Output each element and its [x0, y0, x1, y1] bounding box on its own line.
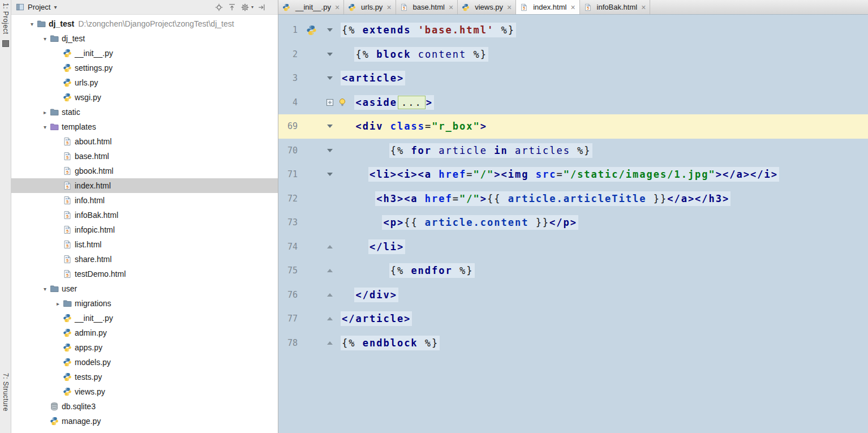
tree-item-label: list.html [75, 240, 101, 249]
intention-bulb-icon[interactable] [338, 98, 346, 107]
chevron-down-icon[interactable]: ▾ [40, 286, 50, 292]
python-file-icon [63, 314, 72, 323]
tree-item-gbook.html[interactable]: <>5gbook.html [11, 164, 278, 178]
tree-item-migrations[interactable]: ▸migrations [11, 296, 278, 311]
fold-up-icon[interactable] [324, 317, 336, 320]
tree-item-label: __init__.py [75, 314, 113, 323]
chevron-right-icon[interactable]: ▸ [40, 109, 50, 115]
tree-item-__init__.py[interactable]: __init__.py [11, 311, 278, 325]
python-file-icon [63, 372, 72, 381]
tab-label: __init__.py [295, 3, 331, 11]
code-line-1[interactable]: 1{% extends 'base.html' %} [278, 18, 868, 42]
chevron-right-icon[interactable]: ▸ [53, 301, 63, 307]
tree-item-about.html[interactable]: <>5about.html [11, 134, 278, 149]
fold-up-icon[interactable] [324, 245, 336, 248]
fold-up-icon[interactable] [324, 269, 336, 272]
code-line-4[interactable]: 4 <aside...> [278, 91, 868, 115]
tab-__init__.py[interactable]: __init__.py× [278, 0, 344, 14]
fold-down-icon[interactable] [324, 125, 336, 128]
file-type-icon [306, 25, 317, 36]
close-icon[interactable]: × [641, 3, 646, 11]
code-line-75[interactable]: 75 {% endfor %} [278, 259, 868, 283]
tree-item-apps.py[interactable]: apps.py [11, 340, 278, 355]
tree-item-dj_test[interactable]: ▾dj_test [11, 31, 278, 46]
html-file-icon: <>5 [63, 269, 72, 278]
code-line-74[interactable]: 74 </li> [278, 235, 868, 259]
fold-down-icon[interactable] [324, 53, 336, 56]
code-line-2[interactable]: 2 {% block content %} [278, 42, 868, 67]
code-line-76[interactable]: 76 </div> [278, 283, 868, 307]
tab-label: base.html [413, 3, 445, 11]
tool-window-button-project[interactable]: 1: Project [2, 3, 10, 35]
ide-window: 1: Project 7: Structure Project ▾ ▾ [0, 0, 868, 433]
chevron-down-icon[interactable]: ▾ [40, 124, 50, 130]
fold-up-icon[interactable] [324, 341, 336, 345]
fold-down-icon[interactable] [324, 173, 336, 176]
tree-item-dj_test[interactable]: ▾dj_testD:\zongchen\DjangoProject\zongTe… [11, 16, 278, 31]
close-icon[interactable]: × [570, 3, 575, 11]
svg-text:5: 5 [66, 258, 68, 263]
tree-item-templates[interactable]: ▾templates [11, 119, 278, 134]
tree-item-user[interactable]: ▾user [11, 281, 278, 296]
project-panel-title[interactable]: Project [28, 3, 50, 11]
tree-item-__init__.py[interactable]: __init__.py [11, 46, 278, 61]
code-line-73[interactable]: 73 <p>{{ article.content }}</p> [278, 211, 868, 235]
tree-item-base.html[interactable]: <>5base.html [11, 149, 278, 164]
fold-up-icon[interactable] [324, 293, 336, 297]
code-line-70[interactable]: 70 {% for article in articles %} [278, 139, 868, 163]
tree-item-label: apps.py [75, 343, 102, 352]
tool-window-icon[interactable] [2, 40, 9, 47]
chevron-down-icon[interactable]: ▾ [40, 36, 50, 42]
fold-down-icon[interactable] [324, 76, 336, 80]
settings-gear-icon[interactable] [240, 2, 251, 12]
tree-item-infoBak.html[interactable]: <>5infoBak.html [11, 208, 278, 222]
tab-base.html[interactable]: <>5base.html× [396, 0, 458, 14]
tree-item-index.html[interactable]: <>5index.html [11, 178, 278, 193]
close-icon[interactable]: × [449, 3, 453, 11]
tab-index.html[interactable]: <>5index.html× [516, 0, 579, 14]
collapse-all-icon[interactable] [227, 2, 238, 12]
chevron-down-icon[interactable]: ▾ [54, 4, 57, 10]
tree-item-settings.py[interactable]: settings.py [11, 61, 278, 75]
tree-item-list.html[interactable]: <>5list.html [11, 237, 278, 252]
tree-item-db.sqlite3[interactable]: db.sqlite3 [11, 399, 278, 414]
code-line-78[interactable]: 78{% endblock %} [278, 331, 868, 355]
tree-item-views.py[interactable]: views.py [11, 384, 278, 399]
code-text: {% endfor %} [336, 263, 475, 278]
tree-item-models.py[interactable]: models.py [11, 355, 278, 370]
tree-item-info.html[interactable]: <>5info.html [11, 193, 278, 208]
tree-item-label: admin.py [75, 328, 107, 337]
tree-item-share.html[interactable]: <>5share.html [11, 252, 278, 267]
fold-plus-icon[interactable] [324, 99, 336, 106]
tree-item-testDemo.html[interactable]: <>5testDemo.html [11, 267, 278, 281]
locate-icon[interactable] [214, 2, 225, 12]
code-line-77[interactable]: 77</article> [278, 307, 868, 331]
fold-down-icon[interactable] [324, 28, 336, 32]
tab-urls.py[interactable]: urls.py× [344, 0, 396, 14]
code-line-3[interactable]: 3<article> [278, 66, 868, 91]
close-icon[interactable]: × [386, 3, 391, 11]
svg-text:5: 5 [523, 6, 525, 10]
hide-panel-icon[interactable] [256, 2, 267, 12]
tree-item-admin.py[interactable]: admin.py [11, 325, 278, 340]
close-icon[interactable]: × [335, 3, 340, 11]
fold-down-icon[interactable] [324, 149, 336, 152]
tree-item-manage.py[interactable]: manage.py [11, 414, 278, 428]
tool-window-button-structure[interactable]: 7: Structure [2, 373, 10, 411]
tree-item-static[interactable]: ▸static [11, 105, 278, 119]
code-line-69[interactable]: 69 <div class="r_box"> [278, 114, 868, 139]
tree-item-infopic.html[interactable]: <>5infopic.html [11, 222, 278, 237]
tab-infoBak.html[interactable]: <>5infoBak.html× [580, 0, 651, 14]
code-line-72[interactable]: 72 <h3><a href="/">{{ article.articleTit… [278, 187, 868, 211]
line-number: 77 [278, 314, 299, 324]
tree-item-tests.py[interactable]: tests.py [11, 370, 278, 384]
code-line-71[interactable]: 71 <li><i><a href="/"><img src="/static/… [278, 162, 868, 187]
tab-views.py[interactable]: views.py× [458, 0, 516, 14]
python-file-icon [282, 3, 291, 12]
tree-item-wsgi.py[interactable]: wsgi.py [11, 90, 278, 105]
tree-item-urls.py[interactable]: urls.py [11, 75, 278, 90]
editor[interactable]: 1{% extends 'base.html' %}2 {% block con… [278, 15, 868, 433]
code-text: {% block content %} [336, 47, 488, 62]
close-icon[interactable]: × [507, 3, 512, 11]
chevron-down-icon[interactable]: ▾ [27, 21, 37, 27]
